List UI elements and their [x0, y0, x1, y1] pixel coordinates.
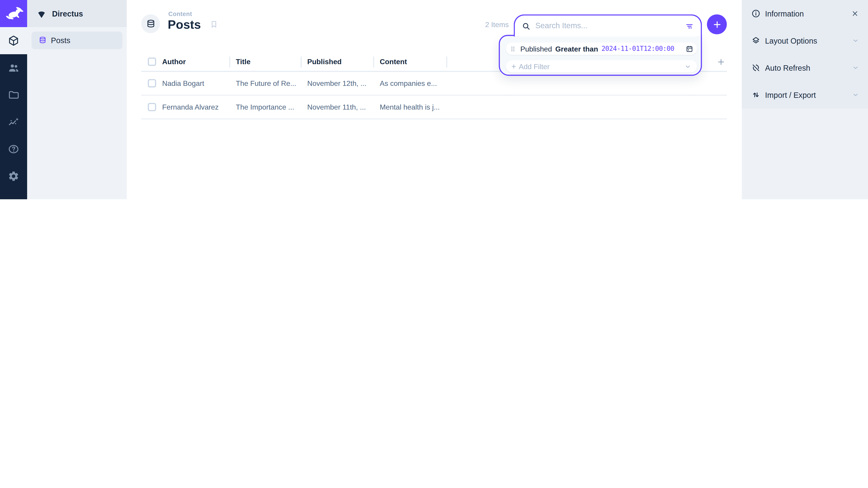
table-row[interactable]: Fernanda Alvarez The Importance ... Nove…: [141, 96, 727, 120]
cell-author: Nadia Bogart: [162, 79, 229, 88]
filter-operator[interactable]: Greater than: [555, 44, 598, 53]
swap-vertical-icon: [751, 90, 761, 100]
sync-disabled-icon: [751, 63, 761, 72]
plus-icon: [712, 19, 722, 30]
column-header-content[interactable]: Content: [373, 58, 446, 66]
plus-icon: +: [512, 62, 516, 71]
drag-handle-icon[interactable]: [509, 44, 517, 53]
nav-sidebar: Directus Posts: [27, 0, 127, 199]
calendar-icon[interactable]: [685, 44, 694, 53]
filter-value[interactable]: 2024-11-01T12:00:00: [601, 45, 682, 53]
filter-rule[interactable]: Published Greater than 2024-11-01T12:00:…: [506, 43, 697, 55]
directus-app: Directus Posts Content Posts 2: [0, 0, 868, 199]
box-icon: [8, 35, 19, 46]
database-icon: [38, 36, 47, 45]
chevron-down-icon[interactable]: [852, 37, 859, 44]
nav-item-posts[interactable]: Posts: [32, 32, 123, 49]
folder-icon: [8, 89, 19, 101]
module-settings[interactable]: [0, 163, 27, 190]
cell-published: November 12th, ...: [301, 79, 373, 88]
module-docs[interactable]: [0, 135, 27, 163]
page-title: Posts: [168, 18, 201, 32]
detail-sidebar: Information Layout Options: [742, 0, 868, 199]
cell-published: November 11th, ...: [301, 103, 373, 111]
search-icon: [522, 21, 531, 31]
sidebar-item-information[interactable]: Information: [742, 0, 868, 27]
cell-content: As companies e...: [373, 79, 446, 88]
sidebar-item-layout-options[interactable]: Layout Options: [742, 27, 868, 54]
add-column-button[interactable]: [716, 57, 726, 66]
project-name: Directus: [52, 9, 83, 18]
sidebar-sections: Information Layout Options: [742, 0, 868, 108]
column-header-title[interactable]: Title: [229, 58, 301, 66]
cell-title: The Importance ...: [229, 103, 301, 111]
bookmark-button[interactable]: [209, 20, 219, 29]
create-item-button[interactable]: [707, 14, 727, 34]
main-content: Content Posts 2 Items Published Greater …: [127, 0, 742, 199]
items-count: 2 Items: [437, 21, 508, 29]
search-box: [514, 14, 702, 37]
cell-title: The Future of Re...: [229, 79, 301, 88]
help-icon: [8, 143, 19, 155]
module-content[interactable]: [0, 27, 27, 54]
nav-item-label: Posts: [51, 36, 70, 45]
people-icon: [8, 62, 19, 73]
database-icon: [145, 19, 156, 29]
close-icon[interactable]: [851, 9, 859, 18]
project-fan-icon: [37, 8, 46, 19]
search-input[interactable]: [535, 21, 680, 30]
module-user-directory[interactable]: [0, 54, 27, 81]
cell-content: Mental health is j...: [373, 103, 446, 111]
row-checkbox[interactable]: [148, 79, 156, 88]
add-filter-button[interactable]: + Add Filter: [506, 60, 697, 72]
cell-author: Fernanda Alvarez: [162, 103, 229, 111]
sidebar-item-import-export[interactable]: Import / Export: [742, 81, 868, 108]
module-bar: [0, 0, 27, 199]
chevron-down-icon[interactable]: [852, 64, 859, 71]
gear-icon: [8, 170, 19, 182]
chevron-down-icon[interactable]: [684, 63, 691, 70]
bookmark-icon: [209, 20, 219, 29]
module-file-library[interactable]: [0, 81, 27, 108]
filter-dropdown: Published Greater than 2024-11-01T12:00:…: [499, 35, 702, 76]
column-header-author[interactable]: Author: [162, 58, 229, 66]
plus-icon: [716, 57, 726, 66]
sidebar-item-auto-refresh[interactable]: Auto Refresh: [742, 54, 868, 81]
filter-field[interactable]: Published: [520, 44, 552, 53]
column-header-published[interactable]: Published: [301, 58, 373, 66]
info-icon: [751, 9, 761, 18]
chevron-down-icon[interactable]: [852, 91, 859, 98]
project-header[interactable]: Directus: [27, 0, 127, 27]
row-checkbox[interactable]: [148, 103, 156, 111]
directus-logo[interactable]: [0, 0, 27, 27]
module-insights[interactable]: [0, 108, 27, 135]
layers-icon: [751, 36, 761, 45]
search-and-filter: Published Greater than 2024-11-01T12:00:…: [499, 14, 702, 76]
insights-icon: [8, 116, 19, 128]
select-all-checkbox[interactable]: [148, 58, 156, 66]
breadcrumb[interactable]: Content: [168, 11, 192, 17]
rabbit-logo-icon: [4, 6, 23, 21]
filter-active-icon[interactable]: [685, 21, 694, 31]
collection-icon-button[interactable]: [141, 14, 160, 33]
